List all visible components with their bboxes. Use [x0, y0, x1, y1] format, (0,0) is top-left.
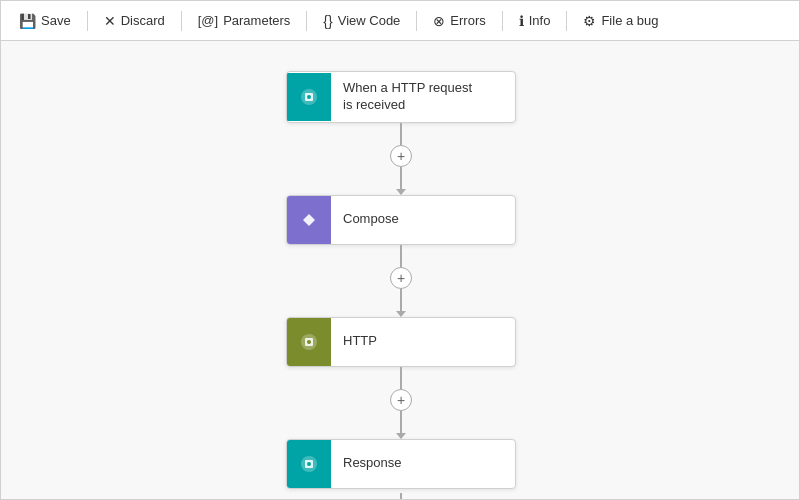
save-button[interactable]: 💾 Save [11, 9, 79, 33]
connector-line-1 [400, 123, 402, 145]
save-icon: 💾 [19, 13, 36, 29]
toolbar-separator-4 [416, 11, 417, 31]
view-code-icon: {} [323, 13, 332, 29]
errors-label: Errors [450, 13, 485, 28]
connector-1: + [390, 123, 412, 195]
errors-button[interactable]: ⊗ Errors [425, 9, 493, 33]
connector-bottom: + [390, 493, 412, 500]
add-step-button-2[interactable]: + [390, 267, 412, 289]
connector-line-3b [400, 411, 402, 433]
flow-container: When a HTTP request is received + Compos… [286, 71, 516, 500]
svg-point-8 [307, 462, 311, 466]
connector-arrow-2 [396, 311, 406, 317]
save-label: Save [41, 13, 71, 28]
bug-icon: ⚙ [583, 13, 596, 29]
discard-icon: ✕ [104, 13, 116, 29]
parameters-button[interactable]: [@] Parameters [190, 9, 299, 32]
node-http[interactable]: HTTP [286, 317, 516, 367]
node-http-trigger-icon [287, 73, 331, 121]
info-label: Info [529, 13, 551, 28]
connector-3: + [390, 367, 412, 439]
node-response-icon [287, 440, 331, 488]
connector-line-2b [400, 289, 402, 311]
connector-arrow-1 [396, 189, 406, 195]
node-http-icon [287, 318, 331, 366]
node-http-label: HTTP [331, 325, 389, 358]
view-code-label: View Code [338, 13, 401, 28]
discard-label: Discard [121, 13, 165, 28]
flow-canvas: When a HTTP request is received + Compos… [1, 41, 800, 500]
connector-line-2 [400, 245, 402, 267]
node-compose-icon [287, 196, 331, 244]
svg-point-5 [307, 340, 311, 344]
node-http-trigger[interactable]: When a HTTP request is received [286, 71, 516, 123]
discard-button[interactable]: ✕ Discard [96, 9, 173, 33]
info-button[interactable]: ℹ Info [511, 9, 559, 33]
info-icon: ℹ [519, 13, 524, 29]
toolbar-separator-6 [566, 11, 567, 31]
add-step-button-1[interactable]: + [390, 145, 412, 167]
file-bug-button[interactable]: ⚙ File a bug [575, 9, 666, 33]
toolbar: 💾 Save ✕ Discard [@] Parameters {} View … [1, 1, 799, 41]
svg-point-2 [307, 95, 311, 99]
connector-line-bottom [400, 493, 402, 500]
node-response-label: Response [331, 447, 414, 480]
errors-icon: ⊗ [433, 13, 445, 29]
parameters-label: Parameters [223, 13, 290, 28]
parameters-icon: [@] [198, 13, 218, 28]
connector-line-1b [400, 167, 402, 189]
node-compose-label: Compose [331, 203, 411, 236]
toolbar-separator-2 [181, 11, 182, 31]
add-step-button-3[interactable]: + [390, 389, 412, 411]
toolbar-separator-5 [502, 11, 503, 31]
node-http-trigger-label: When a HTTP request is received [331, 72, 484, 122]
node-compose[interactable]: Compose [286, 195, 516, 245]
connector-line-3 [400, 367, 402, 389]
toolbar-separator-1 [87, 11, 88, 31]
connector-2: + [390, 245, 412, 317]
file-bug-label: File a bug [601, 13, 658, 28]
toolbar-separator-3 [306, 11, 307, 31]
node-response[interactable]: Response [286, 439, 516, 489]
view-code-button[interactable]: {} View Code [315, 9, 408, 33]
connector-arrow-3 [396, 433, 406, 439]
